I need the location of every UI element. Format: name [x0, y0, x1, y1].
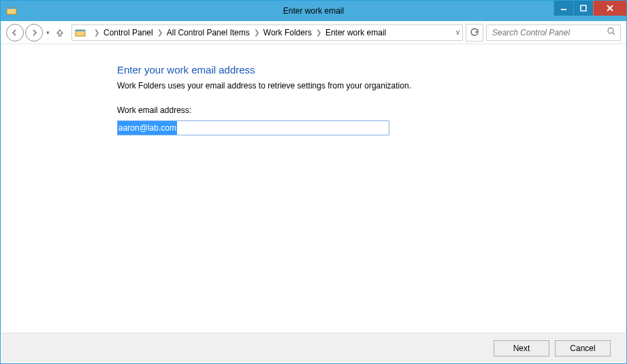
- breadcrumb-item[interactable]: Control Panel: [103, 28, 153, 37]
- chevron-right-icon[interactable]: ❯: [94, 29, 99, 36]
- work-email-input[interactable]: aaron@lab.com: [117, 120, 389, 135]
- search-input[interactable]: [491, 27, 607, 38]
- next-button[interactable]: Next: [494, 340, 549, 357]
- page-heading: Enter your work email address: [117, 64, 626, 76]
- email-value-selected: aaron@lab.com: [118, 121, 177, 135]
- chevron-right-icon[interactable]: ❯: [157, 29, 163, 36]
- content-area: Enter your work email address Work Folde…: [1, 45, 626, 332]
- control-panel-icon: [6, 5, 17, 16]
- close-button[interactable]: [593, 1, 626, 16]
- window-title: Enter work email: [1, 6, 626, 16]
- search-box[interactable]: [486, 24, 621, 41]
- svg-line-9: [613, 33, 615, 35]
- address-bar[interactable]: ❯ Control Panel ❯ All Control Panel Item…: [71, 24, 463, 41]
- navigation-bar: ▾ ❯ Control Panel ❯ All Control Panel It…: [1, 21, 626, 44]
- back-button[interactable]: [6, 24, 24, 42]
- title-bar: Enter work email: [1, 1, 626, 21]
- address-history-button[interactable]: v: [456, 29, 460, 36]
- recent-locations-button[interactable]: ▾: [44, 29, 51, 36]
- svg-rect-7: [76, 30, 85, 31]
- folder-icon: [75, 27, 86, 38]
- window-frame: Enter work email ▾: [0, 0, 627, 364]
- breadcrumb-item[interactable]: All Control Panel Items: [167, 28, 250, 37]
- search-icon[interactable]: [607, 27, 616, 38]
- page-description: Work Folders uses your email address to …: [117, 81, 626, 90]
- refresh-button[interactable]: [466, 24, 483, 42]
- window-controls: [553, 1, 626, 16]
- email-field-label: Work email address:: [117, 105, 626, 115]
- up-button[interactable]: [55, 28, 65, 37]
- breadcrumb-item[interactable]: Enter work email: [325, 28, 386, 37]
- svg-rect-1: [7, 7, 16, 9]
- forward-button[interactable]: [25, 24, 43, 42]
- svg-rect-3: [581, 5, 586, 11]
- maximize-button[interactable]: [573, 1, 593, 16]
- svg-point-8: [608, 28, 613, 33]
- minimize-button[interactable]: [553, 1, 573, 16]
- cancel-button[interactable]: Cancel: [555, 340, 611, 357]
- chevron-right-icon[interactable]: ❯: [316, 29, 321, 36]
- footer-bar: Next Cancel: [1, 333, 626, 363]
- breadcrumb-item[interactable]: Work Folders: [263, 28, 312, 37]
- chevron-right-icon[interactable]: ❯: [254, 29, 259, 36]
